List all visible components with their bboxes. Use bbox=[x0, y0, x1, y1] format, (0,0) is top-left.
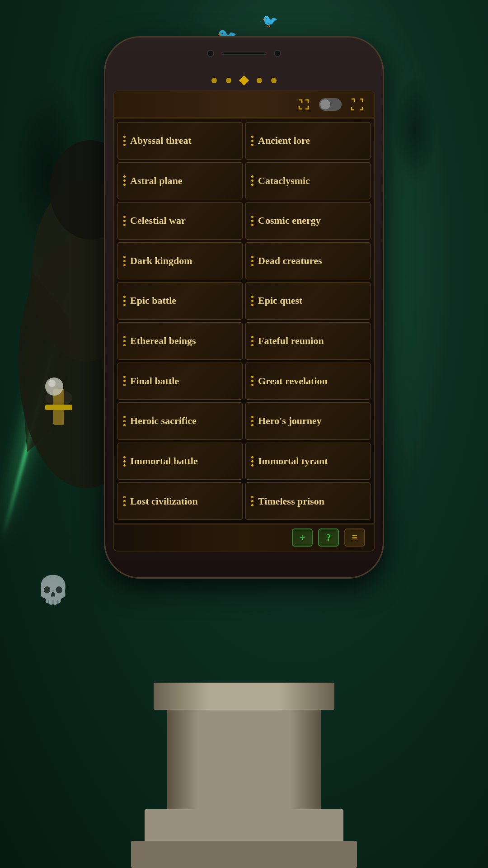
item-label-2: Ancient lore bbox=[258, 135, 310, 146]
grid-item-7[interactable]: Dark kingdom bbox=[117, 242, 243, 280]
help-button[interactable]: ? bbox=[318, 528, 339, 547]
drag-handle-11 bbox=[123, 336, 126, 346]
svg-point-7 bbox=[48, 380, 56, 387]
items-grid: Abyssal threatAncient loreAstral planeCa… bbox=[114, 118, 374, 524]
drag-handle-3 bbox=[123, 175, 126, 186]
grid-item-14[interactable]: Great revelation bbox=[245, 363, 371, 400]
status-dot-2 bbox=[226, 78, 231, 83]
drag-handle-8 bbox=[251, 256, 253, 266]
drag-handle-10 bbox=[251, 296, 253, 306]
drag-handle-20 bbox=[251, 496, 253, 506]
phone-camera-area bbox=[207, 50, 281, 57]
svg-rect-5 bbox=[45, 405, 72, 410]
speaker-bar bbox=[221, 52, 267, 55]
drag-handle-14 bbox=[251, 376, 253, 386]
bird-2: 🐦 bbox=[262, 14, 278, 28]
drag-handle-13 bbox=[123, 376, 126, 386]
phone-body: Abyssal threatAncient loreAstral planeCa… bbox=[104, 36, 384, 579]
drag-handle-5 bbox=[123, 216, 126, 226]
drag-handle-6 bbox=[251, 216, 253, 226]
grid-item-6[interactable]: Cosmic energy bbox=[245, 202, 371, 240]
grid-item-20[interactable]: Timeless prison bbox=[245, 482, 371, 520]
add-button[interactable]: + bbox=[292, 528, 313, 547]
camera-dot-right bbox=[274, 50, 281, 57]
item-label-14: Great revelation bbox=[258, 375, 328, 387]
expand-icon[interactable] bbox=[349, 96, 365, 113]
item-label-15: Heroic sacrifice bbox=[130, 415, 197, 427]
item-label-18: Immortal tyrant bbox=[258, 455, 328, 467]
pedestal bbox=[131, 678, 357, 868]
item-label-5: Celestial war bbox=[130, 215, 186, 226]
item-label-7: Dark kingdom bbox=[130, 255, 192, 267]
item-label-3: Astral plane bbox=[130, 175, 183, 187]
item-label-6: Cosmic energy bbox=[258, 215, 321, 226]
drag-handle-12 bbox=[251, 336, 253, 346]
grid-item-11[interactable]: Ethereal beings bbox=[117, 322, 243, 360]
skull-decoration: 💀 bbox=[36, 574, 70, 606]
drag-handle-1 bbox=[123, 136, 126, 146]
grid-item-12[interactable]: Fateful reunion bbox=[245, 322, 371, 360]
toggle-switch[interactable] bbox=[319, 98, 342, 111]
item-label-4: Cataclysmic bbox=[258, 175, 310, 187]
status-dot-3 bbox=[257, 78, 262, 83]
status-diamond bbox=[239, 75, 249, 86]
grid-item-19[interactable]: Lost civilization bbox=[117, 482, 243, 520]
svg-rect-13 bbox=[131, 841, 357, 868]
grid-item-18[interactable]: Immortal tyrant bbox=[245, 443, 371, 480]
grid-item-13[interactable]: Final battle bbox=[117, 363, 243, 400]
drag-handle-19 bbox=[123, 496, 126, 506]
item-label-12: Fateful reunion bbox=[258, 335, 324, 347]
item-label-19: Lost civilization bbox=[130, 495, 198, 507]
grid-item-4[interactable]: Cataclysmic bbox=[245, 162, 371, 200]
grid-item-8[interactable]: Dead creatures bbox=[245, 242, 371, 280]
app-topbar bbox=[114, 91, 374, 118]
grid-item-1[interactable]: Abyssal threat bbox=[117, 122, 243, 160]
svg-rect-12 bbox=[145, 809, 343, 845]
item-label-16: Hero's journey bbox=[258, 415, 322, 427]
drag-handle-4 bbox=[251, 175, 253, 186]
item-label-9: Epic battle bbox=[130, 295, 176, 307]
item-label-20: Timeless prison bbox=[258, 495, 324, 507]
grid-item-9[interactable]: Epic battle bbox=[117, 282, 243, 320]
menu-button[interactable]: ≡ bbox=[344, 528, 365, 547]
item-label-13: Final battle bbox=[130, 375, 179, 387]
phone-frame: Abyssal threatAncient loreAstral planeCa… bbox=[104, 36, 384, 579]
drag-handle-15 bbox=[123, 416, 126, 426]
svg-point-6 bbox=[45, 377, 63, 396]
grid-item-17[interactable]: Immortal battle bbox=[117, 443, 243, 480]
status-dot-1 bbox=[211, 78, 217, 83]
item-label-11: Ethereal beings bbox=[130, 335, 196, 347]
app-screen: Abyssal threatAncient loreAstral planeCa… bbox=[113, 90, 375, 552]
grid-item-2[interactable]: Ancient lore bbox=[245, 122, 371, 160]
drag-handle-16 bbox=[251, 416, 253, 426]
svg-rect-11 bbox=[167, 710, 321, 809]
status-dots bbox=[211, 77, 277, 84]
drag-handle-17 bbox=[123, 456, 126, 467]
collapse-icon[interactable] bbox=[296, 96, 312, 113]
svg-rect-9 bbox=[154, 683, 334, 710]
drag-handle-2 bbox=[251, 136, 253, 146]
item-label-10: Epic quest bbox=[258, 295, 302, 307]
grid-item-10[interactable]: Epic quest bbox=[245, 282, 371, 320]
bottom-toolbar: + ? ≡ bbox=[114, 524, 374, 551]
grid-item-15[interactable]: Heroic sacrifice bbox=[117, 402, 243, 440]
grid-item-5[interactable]: Celestial war bbox=[117, 202, 243, 240]
grid-item-16[interactable]: Hero's journey bbox=[245, 402, 371, 440]
item-label-17: Immortal battle bbox=[130, 455, 198, 467]
grid-item-3[interactable]: Astral plane bbox=[117, 162, 243, 200]
drag-handle-18 bbox=[251, 456, 253, 467]
status-dot-4 bbox=[271, 78, 277, 83]
item-label-1: Abyssal threat bbox=[130, 135, 192, 146]
camera-dot-left bbox=[207, 50, 214, 57]
drag-handle-9 bbox=[123, 296, 126, 306]
item-label-8: Dead creatures bbox=[258, 255, 322, 267]
drag-handle-7 bbox=[123, 256, 126, 266]
